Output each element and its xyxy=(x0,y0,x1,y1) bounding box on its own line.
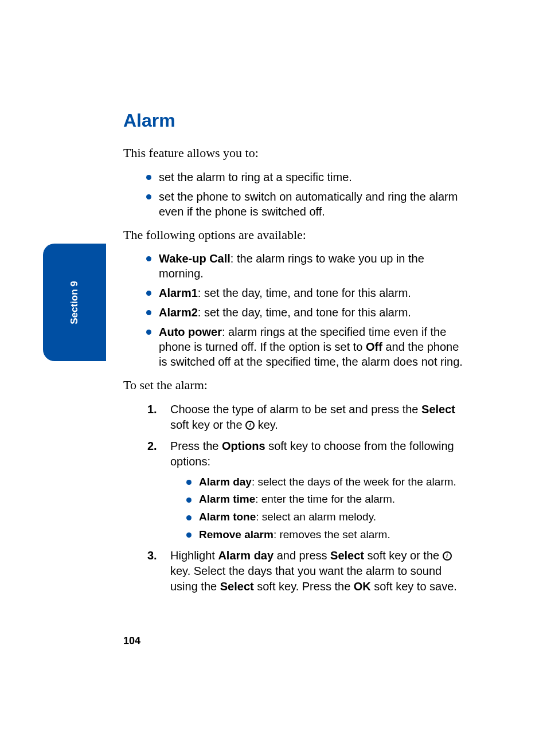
term: Remove alarm xyxy=(199,528,274,540)
step-2: 2. Press the Options soft key to choose … xyxy=(147,438,467,542)
term-inline: Options xyxy=(222,440,265,452)
ok-key-icon xyxy=(245,421,255,430)
term-inline: Alarm day xyxy=(218,549,274,562)
step-number: 3. xyxy=(147,548,157,563)
steps-list: 1. Choose the type of alarm to be set an… xyxy=(147,402,467,594)
desc: : set the day, time, and tone for this a… xyxy=(198,287,411,299)
page: Section 9 Alarm This feature allows you … xyxy=(0,0,547,756)
term-inline: Select xyxy=(220,580,254,593)
term-inline: Off xyxy=(366,340,382,353)
list-item: set the phone to switch on automatically… xyxy=(146,189,467,219)
list-item: Auto power: alarm rings at the specified… xyxy=(146,324,467,369)
section-tab: Section 9 xyxy=(43,244,106,361)
options-lead: The following options are available: xyxy=(123,227,467,244)
section-tab-label: Section 9 xyxy=(69,281,80,324)
term: Alarm day xyxy=(199,476,252,488)
term: Alarm time xyxy=(199,493,255,505)
desc: : set the day, time, and tone for this a… xyxy=(198,306,411,319)
term: Wake-up Call xyxy=(159,252,230,265)
term: Alarm tone xyxy=(199,511,256,523)
list-item: Alarm time: enter the time for the alarm… xyxy=(186,492,467,507)
step-text: soft key. Press the xyxy=(254,580,354,593)
page-number: 104 xyxy=(123,635,140,647)
term: Auto power xyxy=(159,326,222,338)
step-text: soft key or the xyxy=(170,418,245,431)
page-title: Alarm xyxy=(123,110,467,131)
term-inline: Select xyxy=(330,549,364,562)
intro-bullet-list: set the alarm to ring at a specific time… xyxy=(146,170,467,219)
term-inline: Select xyxy=(421,403,455,416)
step-text: key. xyxy=(255,418,278,431)
step-number: 1. xyxy=(147,402,157,417)
step-text: soft key or the xyxy=(364,549,443,562)
list-item: set the alarm to ring at a specific time… xyxy=(146,170,467,185)
list-item: Wake-up Call: the alarm rings to wake yo… xyxy=(146,251,467,281)
term: Alarm2 xyxy=(159,306,198,319)
options-bullet-list: Wake-up Call: the alarm rings to wake yo… xyxy=(146,251,467,369)
step-text: soft key to save. xyxy=(371,580,457,593)
step-text: Press the xyxy=(170,440,222,452)
list-item: Remove alarm: removes the set alarm. xyxy=(186,528,467,542)
list-item: Alarm tone: select an alarm melody. xyxy=(186,510,467,524)
intro-text: This feature allows you to: xyxy=(123,145,467,162)
desc: : select an alarm melody. xyxy=(256,511,376,523)
step-3: 3. Highlight Alarm day and press Select … xyxy=(147,548,467,594)
set-lead: To set the alarm: xyxy=(123,377,467,394)
content-area: Alarm This feature allows you to: set th… xyxy=(123,110,467,600)
step-text: and press xyxy=(274,549,330,562)
step-text: Highlight xyxy=(170,549,218,562)
desc: : enter the time for the alarm. xyxy=(255,493,395,505)
step-1: 1. Choose the type of alarm to be set an… xyxy=(147,402,467,433)
sub-bullet-list: Alarm day: select the days of the week f… xyxy=(186,475,467,542)
list-item: Alarm1: set the day, time, and tone for … xyxy=(146,285,467,300)
desc: : select the days of the week for the al… xyxy=(252,476,456,488)
step-text: Choose the type of alarm to be set and p… xyxy=(170,403,421,416)
ok-key-icon xyxy=(443,551,452,561)
list-item: Alarm day: select the days of the week f… xyxy=(186,475,467,489)
desc: : removes the set alarm. xyxy=(274,528,390,540)
step-number: 2. xyxy=(147,438,157,454)
list-item: Alarm2: set the day, time, and tone for … xyxy=(146,305,467,320)
term-inline: OK xyxy=(354,580,371,593)
term: Alarm1 xyxy=(159,287,198,299)
